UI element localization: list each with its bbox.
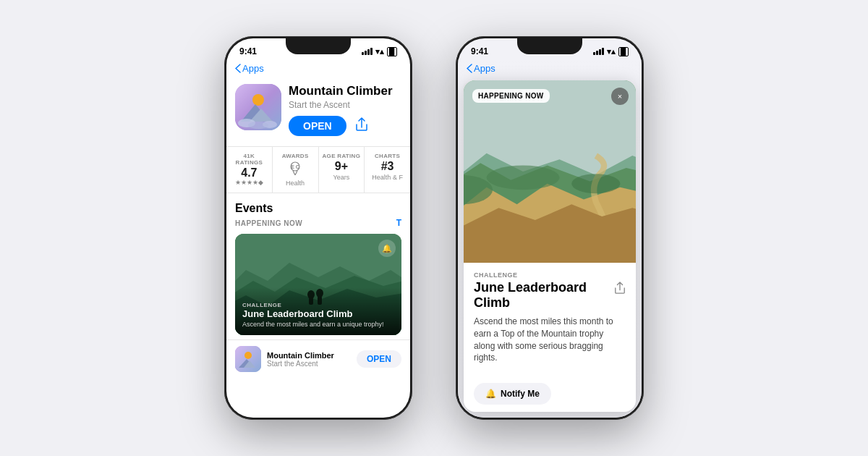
happening-row-1: HAPPENING NOW T xyxy=(235,218,401,228)
notify-me-button[interactable]: 🔔 Notify Me xyxy=(474,383,551,405)
mini-app-subtitle-1: Start the Ascent xyxy=(267,360,351,368)
rating-cell-ratings: 41K RATINGS 4.7 ★★★★◆ xyxy=(226,147,273,193)
app-info-1: Mountain Climber Start the Ascent OPEN xyxy=(289,84,401,136)
svg-point-18 xyxy=(244,352,252,359)
event-overlay-1: CHALLENGE June Leaderboard Climb Ascend … xyxy=(235,287,401,336)
back-label-1: Apps xyxy=(242,63,264,74)
close-button-2[interactable]: × xyxy=(611,88,629,105)
status-icons-1: ▾▴ ▉ xyxy=(362,47,397,56)
app-header-1: Mountain Climber Start the Ascent OPEN xyxy=(226,78,410,143)
mini-app-name-1: Mountain Climber xyxy=(267,351,351,360)
app-store-content-1: Apps xyxy=(226,59,410,418)
event-card-1[interactable]: 🔔 CHALLENGE June Leaderboard Climb Ascen… xyxy=(235,234,401,335)
signal-icon-1 xyxy=(362,48,373,55)
phone-1: 9:41 ▾▴ ▉ Apps xyxy=(224,36,412,420)
back-button-1[interactable]: Apps xyxy=(235,63,264,74)
event-name-1: June Leaderboard Climb xyxy=(242,308,394,320)
detail-title: June Leaderboard Climb xyxy=(474,280,614,311)
battery-icon-1: ▉ xyxy=(387,47,397,56)
ratings-row-1: 41K RATINGS 4.7 ★★★★◆ AWARDS E C Health xyxy=(226,146,410,193)
see-all-1[interactable]: T xyxy=(396,218,401,228)
svg-point-28 xyxy=(571,174,620,193)
btn-row-1: OPEN xyxy=(289,116,401,136)
battery-icon-2: ▉ xyxy=(618,47,629,56)
events-title-1: Events xyxy=(235,202,401,215)
mini-open-button-1[interactable]: OPEN xyxy=(357,350,401,368)
happening-tag: HAPPENING NOW xyxy=(472,89,550,103)
wifi-icon-2: ▾▴ xyxy=(607,47,616,56)
wifi-icon-1: ▾▴ xyxy=(375,47,384,56)
share-icon-1[interactable] xyxy=(355,117,368,135)
app-bg-nav: Apps xyxy=(458,59,642,78)
status-time-1: 9:41 xyxy=(239,46,257,56)
mini-app-icon-1 xyxy=(235,346,261,372)
notch-2 xyxy=(517,38,582,54)
svg-text:E C: E C xyxy=(291,164,299,169)
event-detail-image xyxy=(464,80,636,263)
award-icon: E C xyxy=(288,161,302,175)
event-challenge-label-1: CHALLENGE xyxy=(242,302,394,308)
mini-app-info-1: Mountain Climber Start the Ascent xyxy=(267,351,351,368)
detail-title-row: June Leaderboard Climb xyxy=(474,280,626,311)
app-name-1: Mountain Climber xyxy=(289,84,401,98)
event-desc-1: Ascend the most miles and earn a unique … xyxy=(242,321,394,328)
detail-challenge-label: CHALLENGE xyxy=(474,271,626,279)
event-detail-card: HAPPENING NOW × CHALLENGE June Leaderboa… xyxy=(464,80,636,412)
svg-point-1 xyxy=(252,94,264,106)
svg-point-27 xyxy=(487,166,560,190)
event-detail-info: CHALLENGE June Leaderboard Climb Ascend … xyxy=(464,263,636,412)
mini-app-row-1: Mountain Climber Start the Ascent OPEN xyxy=(226,339,410,378)
events-section-1: Events HAPPENING NOW T xyxy=(226,196,410,335)
notify-label: Notify Me xyxy=(501,389,540,399)
rating-cell-charts: CHARTS #3 Health & F xyxy=(365,147,410,193)
back-label-2: Apps xyxy=(474,63,495,74)
app-subtitle-1: Start the Ascent xyxy=(289,100,401,110)
rating-cell-awards: AWARDS E C Health xyxy=(273,147,319,193)
svg-point-6 xyxy=(248,122,268,129)
happening-badge-1: HAPPENING NOW xyxy=(235,219,302,227)
status-icons-2: ▾▴ ▉ xyxy=(593,47,629,56)
phone2-content: Apps Mountain Climber xyxy=(458,59,642,418)
bell-icon-notify: 🔔 xyxy=(485,389,496,399)
rating-cell-age: AGE RATING 9+ Years xyxy=(319,147,365,193)
notch-1 xyxy=(286,38,351,54)
phone-2: 9:41 ▾▴ ▉ Apps xyxy=(456,36,644,420)
signal-icon-2 xyxy=(593,48,604,55)
nav-bar-1: Apps xyxy=(226,59,410,78)
status-time-2: 9:41 xyxy=(471,46,488,56)
detail-share-icon[interactable] xyxy=(614,282,626,297)
app-icon-1 xyxy=(235,84,281,130)
open-button-1[interactable]: OPEN xyxy=(289,116,346,136)
back-button-2[interactable]: Apps xyxy=(467,63,495,74)
detail-description: Ascend the most miles this month to earn… xyxy=(474,316,626,380)
